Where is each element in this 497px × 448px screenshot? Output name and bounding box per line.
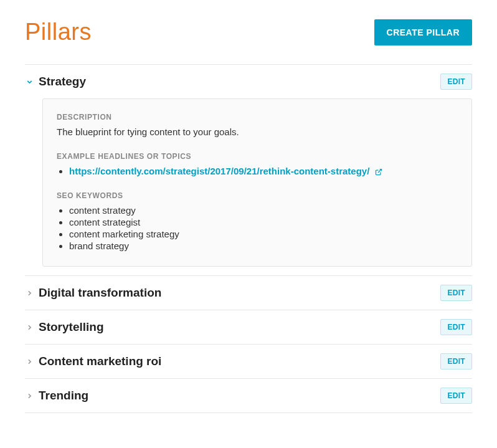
pillar-item: Strategy EDIT DESCRIPTION The blueprint … <box>25 65 472 276</box>
pillar-header: Trending EDIT <box>25 379 472 412</box>
topic-list: https://contently.com/strategist/2017/09… <box>57 166 458 176</box>
list-item: content strategy <box>69 205 458 216</box>
pillar-header: Strategy EDIT <box>25 65 472 98</box>
svg-line-0 <box>378 169 382 173</box>
page-header: Pillars CREATE PILLAR <box>25 19 472 45</box>
pillar-body: DESCRIPTION The blueprint for tying cont… <box>42 98 472 267</box>
seo-keywords-label: SEO KEYWORDS <box>57 191 458 200</box>
example-headlines-label: EXAMPLE HEADLINES OR TOPICS <box>57 152 458 161</box>
edit-button[interactable]: EDIT <box>440 285 472 301</box>
chevron-right-icon <box>25 323 34 331</box>
chevron-right-icon <box>25 288 34 297</box>
list-item: https://contently.com/strategist/2017/09… <box>69 166 458 176</box>
keyword-list: content strategy content strategist cont… <box>57 205 458 251</box>
edit-button[interactable]: EDIT <box>440 74 472 90</box>
pillar-item: Content marketing roi EDIT <box>25 345 472 379</box>
edit-button[interactable]: EDIT <box>440 388 472 404</box>
pillar-title: Digital transformation <box>39 286 161 300</box>
pillar-header: Storytelling EDIT <box>25 310 472 344</box>
pillar-toggle[interactable]: Storytelling <box>25 320 104 334</box>
external-link-icon <box>375 168 382 176</box>
pillar-toggle[interactable]: Trending <box>25 389 88 403</box>
page-title: Pillars <box>25 19 92 45</box>
edit-button[interactable]: EDIT <box>440 353 472 369</box>
chevron-right-icon <box>25 357 34 366</box>
description-label: DESCRIPTION <box>57 113 458 122</box>
edit-button[interactable]: EDIT <box>440 319 472 335</box>
pillar-toggle[interactable]: Strategy <box>25 75 86 88</box>
pillar-header: Content marketing roi EDIT <box>25 345 472 378</box>
list-item: brand strategy <box>69 241 458 251</box>
pillar-toggle[interactable]: Content marketing roi <box>25 355 161 368</box>
chevron-down-icon <box>25 77 34 86</box>
chevron-right-icon <box>25 391 34 400</box>
pillar-item: Digital transformation EDIT <box>25 276 472 310</box>
pillar-toggle[interactable]: Digital transformation <box>25 286 161 300</box>
pillar-title: Strategy <box>39 75 86 88</box>
pillar-item: Storytelling EDIT <box>25 310 472 345</box>
pillar-list: Strategy EDIT DESCRIPTION The blueprint … <box>25 64 472 413</box>
topic-link[interactable]: https://contently.com/strategist/2017/09… <box>69 166 369 176</box>
pillar-title: Storytelling <box>39 320 104 334</box>
pillar-title: Content marketing roi <box>39 355 161 368</box>
pillar-item: Trending EDIT <box>25 379 472 413</box>
create-pillar-button[interactable]: CREATE PILLAR <box>374 19 472 45</box>
description-text: The blueprint for tying content to your … <box>57 126 458 137</box>
pillar-title: Trending <box>39 389 88 403</box>
pillar-header: Digital transformation EDIT <box>25 276 472 310</box>
list-item: content strategist <box>69 217 458 227</box>
list-item: content marketing strategy <box>69 229 458 239</box>
